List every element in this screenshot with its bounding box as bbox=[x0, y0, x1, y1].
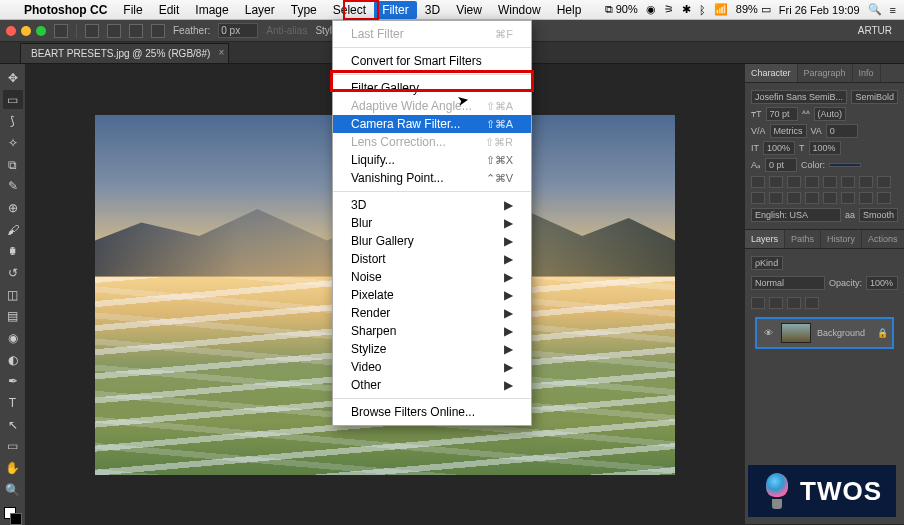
cc-icon[interactable]: ◉ bbox=[646, 3, 656, 16]
eyedropper-tool[interactable]: ✎ bbox=[3, 176, 23, 196]
close-tab-icon[interactable]: × bbox=[218, 47, 224, 58]
clock[interactable]: Fri 26 Feb 19:09 bbox=[779, 4, 860, 16]
tool-preset-icon[interactable] bbox=[54, 24, 68, 38]
hand-tool[interactable]: ✋ bbox=[3, 458, 23, 478]
marquee-mode3-icon[interactable] bbox=[151, 24, 165, 38]
shape-tool[interactable]: ▭ bbox=[3, 436, 23, 456]
type-tool[interactable]: T bbox=[3, 393, 23, 413]
minimize-window-button[interactable] bbox=[21, 26, 31, 36]
italic-button[interactable] bbox=[769, 176, 783, 188]
menu-other-submenu[interactable]: Other▶ bbox=[333, 376, 531, 394]
feather-input[interactable] bbox=[218, 23, 258, 38]
gradient-tool[interactable]: ▤ bbox=[3, 306, 23, 326]
layer-kind-filter[interactable]: ρKind bbox=[751, 256, 783, 270]
language-select[interactable]: English: USA bbox=[751, 208, 841, 222]
tab-history[interactable]: History bbox=[821, 230, 862, 248]
menu-distort-submenu[interactable]: Distort▶ bbox=[333, 250, 531, 268]
blend-mode-select[interactable]: Normal bbox=[751, 276, 825, 290]
document-tab[interactable]: BEART PRESETS.jpg @ 25% (RGB/8#) × bbox=[20, 43, 229, 63]
menu-browse-filters-online[interactable]: Browse Filters Online... bbox=[333, 403, 531, 421]
menu-camera-raw-filter[interactable]: Camera Raw Filter...⇧⌘A bbox=[333, 115, 531, 133]
wifi-signal-icon[interactable]: 📶 bbox=[714, 3, 728, 16]
marquee-mode-icon[interactable] bbox=[107, 24, 121, 38]
ot-8[interactable] bbox=[877, 192, 891, 204]
font-style-select[interactable]: SemiBold bbox=[851, 90, 898, 104]
menu-help[interactable]: Help bbox=[549, 1, 590, 19]
dropbox-icon[interactable]: ⧉ 90% bbox=[605, 3, 638, 16]
color-swatches[interactable] bbox=[4, 507, 22, 525]
ot-2[interactable] bbox=[769, 192, 783, 204]
menu-app[interactable]: Photoshop CC bbox=[16, 1, 115, 19]
menu-blur-submenu[interactable]: Blur▶ bbox=[333, 214, 531, 232]
zoom-tool[interactable]: 🔍 bbox=[3, 480, 23, 500]
layer-thumbnail[interactable] bbox=[781, 323, 811, 343]
menu-vanishing-point[interactable]: Vanishing Point...⌃⌘V bbox=[333, 169, 531, 187]
lock-pixels-icon[interactable] bbox=[769, 297, 783, 309]
move-tool[interactable]: ✥ bbox=[3, 68, 23, 88]
tab-character[interactable]: Character bbox=[745, 64, 798, 82]
menu-stylize-submenu[interactable]: Stylize▶ bbox=[333, 340, 531, 358]
menu-convert-smart[interactable]: Convert for Smart Filters bbox=[333, 52, 531, 70]
allcaps-button[interactable] bbox=[787, 176, 801, 188]
crop-tool[interactable]: ⧉ bbox=[3, 155, 23, 175]
blur-tool[interactable]: ◉ bbox=[3, 328, 23, 348]
subscript-button[interactable] bbox=[841, 176, 855, 188]
tab-paragraph[interactable]: Paragraph bbox=[798, 64, 853, 82]
menu-3d-submenu[interactable]: 3D▶ bbox=[333, 196, 531, 214]
menu-select[interactable]: Select bbox=[325, 1, 374, 19]
tab-layers[interactable]: Layers bbox=[745, 230, 785, 248]
dodge-tool[interactable]: ◐ bbox=[3, 350, 23, 370]
layer-background[interactable]: 👁 Background 🔒 bbox=[755, 317, 894, 349]
lock-all-icon[interactable] bbox=[805, 297, 819, 309]
stamp-tool[interactable]: ⧯ bbox=[3, 241, 23, 261]
menu-file[interactable]: File bbox=[115, 1, 150, 19]
healing-tool[interactable]: ⊕ bbox=[3, 198, 23, 218]
tab-paths[interactable]: Paths bbox=[785, 230, 821, 248]
menu-render-submenu[interactable]: Render▶ bbox=[333, 304, 531, 322]
history-brush-tool[interactable]: ↺ bbox=[3, 263, 23, 283]
strike-button[interactable] bbox=[877, 176, 891, 188]
menu-image[interactable]: Image bbox=[187, 1, 236, 19]
text-color-swatch[interactable] bbox=[829, 163, 861, 167]
wand-tool[interactable]: ✧ bbox=[3, 133, 23, 153]
lasso-tool[interactable]: ⟆ bbox=[3, 111, 23, 131]
leading-input[interactable]: (Auto) bbox=[814, 107, 847, 121]
lock-transparent-icon[interactable] bbox=[751, 297, 765, 309]
underline-button[interactable] bbox=[859, 176, 873, 188]
workspace-name[interactable]: ARTUR bbox=[858, 25, 892, 36]
baseline-input[interactable]: 0 pt bbox=[765, 158, 797, 172]
visibility-toggle-icon[interactable]: 👁 bbox=[761, 328, 775, 338]
ot-7[interactable] bbox=[859, 192, 873, 204]
menu-edit[interactable]: Edit bbox=[151, 1, 188, 19]
menu-noise-submenu[interactable]: Noise▶ bbox=[333, 268, 531, 286]
bluetooth-icon[interactable]: ᛒ bbox=[699, 4, 706, 16]
marquee-icon[interactable] bbox=[85, 24, 99, 38]
marquee-mode2-icon[interactable] bbox=[129, 24, 143, 38]
vscale-input[interactable]: 100% bbox=[763, 141, 795, 155]
tab-info[interactable]: Info bbox=[853, 64, 881, 82]
font-size-input[interactable]: 70 pt bbox=[766, 107, 798, 121]
menu-sharpen-submenu[interactable]: Sharpen▶ bbox=[333, 322, 531, 340]
pen-tool[interactable]: ✒ bbox=[3, 371, 23, 391]
lock-position-icon[interactable] bbox=[787, 297, 801, 309]
aa-select[interactable]: Smooth bbox=[859, 208, 898, 222]
menu-filter[interactable]: Filter bbox=[374, 1, 417, 19]
search-icon[interactable]: 🔍 bbox=[868, 3, 882, 16]
eraser-tool[interactable]: ◫ bbox=[3, 285, 23, 305]
tracking-input[interactable]: 0 bbox=[826, 124, 858, 138]
menu-video-submenu[interactable]: Video▶ bbox=[333, 358, 531, 376]
hscale-input[interactable]: 100% bbox=[809, 141, 841, 155]
smallcaps-button[interactable] bbox=[805, 176, 819, 188]
battery-status[interactable]: 89% ▭ bbox=[736, 3, 771, 16]
menu-liquify[interactable]: Liquify...⇧⌘X bbox=[333, 151, 531, 169]
ot-3[interactable] bbox=[787, 192, 801, 204]
ot-5[interactable] bbox=[823, 192, 837, 204]
opacity-input[interactable]: 100% bbox=[866, 276, 898, 290]
marquee-tool[interactable]: ▭ bbox=[3, 90, 23, 110]
tab-actions[interactable]: Actions bbox=[862, 230, 904, 248]
menu-type[interactable]: Type bbox=[283, 1, 325, 19]
path-tool[interactable]: ↖ bbox=[3, 415, 23, 435]
font-family-select[interactable]: Josefin Sans SemiB... bbox=[751, 90, 847, 104]
kerning-select[interactable]: Metrics bbox=[770, 124, 807, 138]
superscript-button[interactable] bbox=[823, 176, 837, 188]
